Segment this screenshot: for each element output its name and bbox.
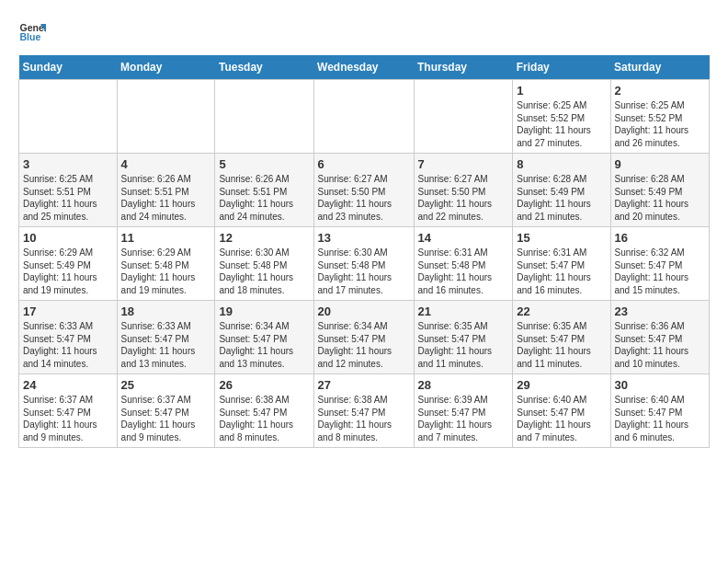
day-number: 21: [418, 304, 509, 318]
logo-icon: General Blue: [18, 18, 46, 46]
day-number: 14: [418, 231, 509, 245]
calendar-table: SundayMondayTuesdayWednesdayThursdayFrid…: [18, 55, 710, 448]
week-row-3: 10Sunrise: 6:29 AM Sunset: 5:49 PM Dayli…: [19, 227, 710, 301]
day-info: Sunrise: 6:30 AM Sunset: 5:48 PM Dayligh…: [219, 247, 309, 296]
day-number: 10: [23, 231, 113, 245]
day-info: Sunrise: 6:26 AM Sunset: 5:51 PM Dayligh…: [121, 173, 211, 223]
day-info: Sunrise: 6:36 AM Sunset: 5:47 PM Dayligh…: [615, 320, 706, 370]
day-info: Sunrise: 6:25 AM Sunset: 5:51 PM Dayligh…: [23, 173, 113, 223]
day-number: 6: [318, 157, 410, 171]
week-row-5: 24Sunrise: 6:37 AM Sunset: 5:47 PM Dayli…: [19, 374, 710, 448]
day-number: 3: [23, 157, 113, 171]
day-number: 24: [23, 378, 113, 392]
calendar-cell: 11Sunrise: 6:29 AM Sunset: 5:48 PM Dayli…: [117, 227, 215, 301]
weekday-monday: Monday: [117, 55, 215, 80]
day-info: Sunrise: 6:31 AM Sunset: 5:47 PM Dayligh…: [517, 247, 606, 296]
calendar-cell: 15Sunrise: 6:31 AM Sunset: 5:47 PM Dayli…: [513, 227, 610, 301]
calendar-cell: [117, 80, 215, 154]
calendar-body: 1Sunrise: 6:25 AM Sunset: 5:52 PM Daylig…: [19, 80, 710, 448]
day-info: Sunrise: 6:33 AM Sunset: 5:47 PM Dayligh…: [23, 320, 113, 370]
calendar-cell: 28Sunrise: 6:39 AM Sunset: 5:47 PM Dayli…: [414, 374, 513, 448]
day-info: Sunrise: 6:31 AM Sunset: 5:48 PM Dayligh…: [418, 247, 509, 296]
day-number: 12: [219, 231, 309, 245]
day-info: Sunrise: 6:34 AM Sunset: 5:47 PM Dayligh…: [219, 320, 309, 370]
day-info: Sunrise: 6:37 AM Sunset: 5:47 PM Dayligh…: [121, 394, 211, 443]
day-number: 25: [121, 378, 211, 392]
day-number: 20: [318, 304, 410, 318]
calendar-cell: 8Sunrise: 6:28 AM Sunset: 5:49 PM Daylig…: [513, 154, 610, 227]
day-number: 2: [615, 84, 706, 98]
logo: General Blue: [18, 18, 50, 46]
day-info: Sunrise: 6:27 AM Sunset: 5:50 PM Dayligh…: [418, 173, 509, 223]
day-info: Sunrise: 6:29 AM Sunset: 5:48 PM Dayligh…: [121, 247, 211, 296]
day-info: Sunrise: 6:25 AM Sunset: 5:52 PM Dayligh…: [517, 99, 606, 149]
weekday-header-row: SundayMondayTuesdayWednesdayThursdayFrid…: [19, 55, 710, 80]
calendar-cell: [414, 80, 513, 154]
calendar-cell: 21Sunrise: 6:35 AM Sunset: 5:47 PM Dayli…: [414, 301, 513, 374]
day-number: 8: [517, 157, 606, 171]
day-number: 27: [318, 378, 410, 392]
calendar-cell: 30Sunrise: 6:40 AM Sunset: 5:47 PM Dayli…: [610, 374, 710, 448]
day-info: Sunrise: 6:34 AM Sunset: 5:47 PM Dayligh…: [318, 320, 410, 370]
calendar-cell: 27Sunrise: 6:38 AM Sunset: 5:47 PM Dayli…: [313, 374, 414, 448]
calendar-cell: [313, 80, 414, 154]
day-info: Sunrise: 6:30 AM Sunset: 5:48 PM Dayligh…: [318, 247, 410, 296]
day-number: 7: [418, 157, 509, 171]
calendar-cell: 24Sunrise: 6:37 AM Sunset: 5:47 PM Dayli…: [19, 374, 118, 448]
day-number: 30: [615, 378, 706, 392]
day-info: Sunrise: 6:40 AM Sunset: 5:47 PM Dayligh…: [615, 394, 706, 443]
day-info: Sunrise: 6:26 AM Sunset: 5:51 PM Dayligh…: [219, 173, 309, 223]
day-info: Sunrise: 6:27 AM Sunset: 5:50 PM Dayligh…: [318, 173, 410, 223]
day-number: 29: [517, 378, 606, 392]
day-number: 1: [517, 84, 606, 98]
weekday-tuesday: Tuesday: [215, 55, 313, 80]
calendar-cell: 19Sunrise: 6:34 AM Sunset: 5:47 PM Dayli…: [215, 301, 313, 374]
day-info: Sunrise: 6:37 AM Sunset: 5:47 PM Dayligh…: [23, 394, 113, 443]
calendar-cell: 18Sunrise: 6:33 AM Sunset: 5:47 PM Dayli…: [117, 301, 215, 374]
day-number: 26: [219, 378, 309, 392]
weekday-friday: Friday: [513, 55, 610, 80]
calendar-cell: 23Sunrise: 6:36 AM Sunset: 5:47 PM Dayli…: [610, 301, 710, 374]
week-row-1: 1Sunrise: 6:25 AM Sunset: 5:52 PM Daylig…: [19, 80, 710, 154]
day-info: Sunrise: 6:28 AM Sunset: 5:49 PM Dayligh…: [517, 173, 606, 223]
calendar-cell: 4Sunrise: 6:26 AM Sunset: 5:51 PM Daylig…: [117, 154, 215, 227]
calendar-cell: 12Sunrise: 6:30 AM Sunset: 5:48 PM Dayli…: [215, 227, 313, 301]
day-number: 13: [318, 231, 410, 245]
calendar-cell: 5Sunrise: 6:26 AM Sunset: 5:51 PM Daylig…: [215, 154, 313, 227]
day-info: Sunrise: 6:38 AM Sunset: 5:47 PM Dayligh…: [318, 394, 410, 443]
calendar-cell: 25Sunrise: 6:37 AM Sunset: 5:47 PM Dayli…: [117, 374, 215, 448]
day-number: 17: [23, 304, 113, 318]
calendar-cell: 7Sunrise: 6:27 AM Sunset: 5:50 PM Daylig…: [414, 154, 513, 227]
day-number: 22: [517, 304, 606, 318]
week-row-2: 3Sunrise: 6:25 AM Sunset: 5:51 PM Daylig…: [19, 154, 710, 227]
calendar-cell: 29Sunrise: 6:40 AM Sunset: 5:47 PM Dayli…: [513, 374, 610, 448]
day-number: 19: [219, 304, 309, 318]
day-info: Sunrise: 6:25 AM Sunset: 5:52 PM Dayligh…: [615, 99, 706, 149]
day-number: 28: [418, 378, 509, 392]
day-number: 16: [615, 231, 706, 245]
day-info: Sunrise: 6:40 AM Sunset: 5:47 PM Dayligh…: [517, 394, 606, 443]
weekday-thursday: Thursday: [414, 55, 513, 80]
calendar-cell: 14Sunrise: 6:31 AM Sunset: 5:48 PM Dayli…: [414, 227, 513, 301]
weekday-saturday: Saturday: [610, 55, 710, 80]
day-info: Sunrise: 6:35 AM Sunset: 5:47 PM Dayligh…: [517, 320, 606, 370]
calendar-cell: 9Sunrise: 6:28 AM Sunset: 5:49 PM Daylig…: [610, 154, 710, 227]
day-info: Sunrise: 6:32 AM Sunset: 5:47 PM Dayligh…: [615, 247, 706, 296]
week-row-4: 17Sunrise: 6:33 AM Sunset: 5:47 PM Dayli…: [19, 301, 710, 374]
day-number: 15: [517, 231, 606, 245]
day-number: 18: [121, 304, 211, 318]
calendar-cell: [19, 80, 118, 154]
calendar-cell: [215, 80, 313, 154]
day-info: Sunrise: 6:29 AM Sunset: 5:49 PM Dayligh…: [23, 247, 113, 296]
calendar-cell: 16Sunrise: 6:32 AM Sunset: 5:47 PM Dayli…: [610, 227, 710, 301]
calendar-cell: 13Sunrise: 6:30 AM Sunset: 5:48 PM Dayli…: [313, 227, 414, 301]
page-header: General Blue: [18, 18, 710, 46]
day-number: 9: [615, 157, 706, 171]
weekday-sunday: Sunday: [19, 55, 118, 80]
calendar-cell: 1Sunrise: 6:25 AM Sunset: 5:52 PM Daylig…: [513, 80, 610, 154]
calendar-cell: 3Sunrise: 6:25 AM Sunset: 5:51 PM Daylig…: [19, 154, 118, 227]
calendar-cell: 17Sunrise: 6:33 AM Sunset: 5:47 PM Dayli…: [19, 301, 118, 374]
svg-text:Blue: Blue: [20, 31, 41, 42]
weekday-wednesday: Wednesday: [313, 55, 414, 80]
day-number: 4: [121, 157, 211, 171]
